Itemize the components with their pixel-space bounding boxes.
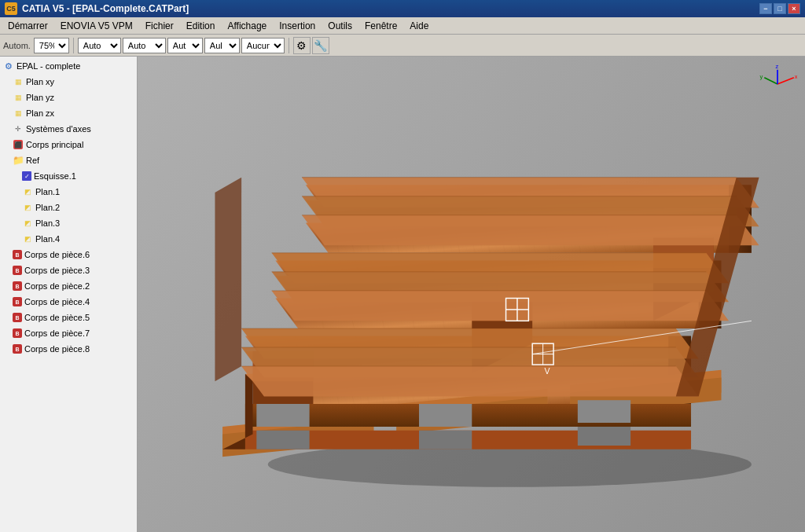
- tree-item-corps7[interactable]: B Corps de pièce.7: [0, 325, 137, 341]
- plane-icon: ▦: [13, 92, 24, 103]
- slot-bottom-right: [578, 427, 630, 446]
- tree-item-plan4[interactable]: ◩ Plan.4: [0, 231, 137, 247]
- svg-line-36: [764, 78, 777, 84]
- tree-item-planzx[interactable]: ▦ Plan zx: [0, 105, 137, 121]
- plane-icon: ◩: [22, 218, 33, 229]
- tools-button[interactable]: 🔧: [312, 37, 329, 54]
- tree-item-corps4[interactable]: B Corps de pièce.4: [0, 294, 137, 310]
- window-controls[interactable]: − □ ×: [759, 3, 800, 14]
- plane-icon: ◩: [22, 202, 33, 213]
- slot-front-right: [578, 400, 630, 423]
- tree-label: EPAL - complete: [17, 61, 80, 71]
- plane-icon: ◩: [22, 186, 33, 197]
- tree-item-root[interactable]: ⚙ EPAL - complete: [0, 58, 137, 74]
- style-select-4[interactable]: Aul Manuel: [204, 38, 240, 53]
- body-icon: B: [13, 344, 22, 354]
- menu-insertion[interactable]: Insertion: [273, 19, 322, 33]
- tree-item-planyz[interactable]: ▦ Plan yz: [0, 90, 137, 105]
- tree-item-corps2[interactable]: B Corps de pièce.2: [0, 278, 137, 294]
- zoom-label: Autom.: [3, 41, 31, 50]
- settings-button[interactable]: ⚙: [293, 37, 311, 54]
- tree-item-plan2[interactable]: ◩ Plan.2: [0, 200, 137, 215]
- menu-fichier[interactable]: Fichier: [139, 19, 180, 33]
- tree-label: Ref: [26, 156, 39, 165]
- body-icon: B: [13, 297, 22, 306]
- tree-label: Corps de pièce.8: [24, 344, 90, 354]
- style-select-2[interactable]: Auto Manuel: [123, 38, 166, 53]
- close-button[interactable]: ×: [788, 3, 800, 14]
- body-icon: B: [13, 250, 22, 259]
- tree-item-corps6[interactable]: B Corps de pièce.6: [0, 247, 137, 262]
- tree-item-corps3[interactable]: B Corps de pièce.3: [0, 262, 137, 278]
- tree-label: Corps de pièce.5: [24, 313, 90, 322]
- menu-enovia[interactable]: ENOVIA V5 VPM: [54, 19, 139, 33]
- root-icon: ⚙: [3, 61, 14, 72]
- plane-icon: ▦: [13, 76, 24, 87]
- body-icon: B: [13, 281, 22, 291]
- svg-text:y: y: [760, 73, 763, 80]
- 3d-viewport[interactable]: V x y z: [138, 57, 805, 532]
- slot-bottom-left: [256, 431, 309, 449]
- folder-icon: 📁: [13, 155, 24, 166]
- svg-line-34: [777, 78, 794, 84]
- menu-edition[interactable]: Edition: [180, 19, 222, 33]
- body-icon: ⬛: [13, 139, 24, 150]
- pallet-svg: V: [185, 80, 789, 516]
- tree-label: Plan yz: [26, 93, 54, 102]
- tree-label: Plan.2: [35, 203, 60, 212]
- maximize-button[interactable]: □: [774, 3, 786, 14]
- toolbar-separator-1: [73, 38, 74, 53]
- minimize-button[interactable]: −: [759, 3, 772, 14]
- tree-label: Plan.3: [35, 218, 60, 228]
- tree-label: Corps de pièce.2: [24, 281, 90, 291]
- plane-icon: ▦: [13, 108, 24, 119]
- menu-affichage[interactable]: Affichage: [221, 19, 273, 33]
- tree-label: Esquisse.1: [34, 171, 76, 181]
- tree-label: Corps de pièce.6: [24, 250, 90, 259]
- tree-item-planxy[interactable]: ▦ Plan xy: [0, 74, 137, 90]
- menu-fenetre[interactable]: Fenêtre: [358, 19, 403, 33]
- top-overlay-3: [302, 215, 759, 245]
- slot-bottom-mid: [419, 431, 472, 449]
- tree-item-esquisse1[interactable]: ✓ Esquisse.1: [0, 168, 137, 184]
- tree-item-plan3[interactable]: ◩ Plan.3: [0, 215, 137, 231]
- menu-aide[interactable]: Aide: [403, 19, 435, 33]
- body-icon: B: [13, 328, 22, 338]
- tree-item-ref[interactable]: 📁 Ref: [0, 152, 137, 168]
- pallet-left-outer: [215, 178, 241, 382]
- zoom-select[interactable]: 75% 50% 100% Autom.: [34, 38, 69, 53]
- tree-label: Corps de pièce.7: [24, 328, 90, 338]
- tree-item-corps5[interactable]: B Corps de pièce.5: [0, 310, 137, 325]
- style-select-3[interactable]: Aut Manuel: [167, 38, 203, 53]
- window-title: CATIA V5 - [EPAL-Complete.CATPart]: [22, 3, 759, 14]
- top-front-3: [241, 366, 699, 396]
- tree-label: Plan zx: [26, 108, 54, 118]
- tree-item-plan1[interactable]: ◩ Plan.1: [0, 184, 137, 200]
- title-bar: C5 CATIA V5 - [EPAL-Complete.CATPart] − …: [0, 0, 805, 17]
- body-icon: B: [13, 266, 22, 275]
- menu-demarrer[interactable]: Démarrer: [2, 19, 54, 33]
- tree-label: Corps de pièce.4: [24, 297, 90, 306]
- tree-label: Plan xy: [26, 77, 54, 86]
- menu-bar: Démarrer ENOVIA V5 VPM Fichier Edition A…: [0, 17, 805, 35]
- axis-indicator: x y z: [758, 64, 797, 104]
- tree-sidebar: ⚙ EPAL - complete ▦ Plan xy ▦ Plan yz ▦ …: [0, 57, 138, 532]
- toolbar: Autom. 75% 50% 100% Autom. Auto Manuel A…: [0, 35, 805, 57]
- tree-label: Corps de pièce.3: [24, 266, 90, 275]
- tree-item-corps8[interactable]: B Corps de pièce.8: [0, 341, 137, 357]
- top-mid-3: [272, 291, 730, 321]
- plane-icon: ◩: [22, 233, 33, 244]
- svg-text:z: z: [776, 64, 779, 70]
- tree-label: Systèmes d'axes: [26, 124, 91, 134]
- pallet-3d-view: V: [185, 80, 789, 516]
- tree-item-axes[interactable]: ✛ Systèmes d'axes: [0, 121, 137, 137]
- menu-outils[interactable]: Outils: [322, 19, 358, 33]
- style-select-1[interactable]: Auto Manuel: [78, 38, 121, 53]
- main-area: ⚙ EPAL - complete ▦ Plan xy ▦ Plan yz ▦ …: [0, 57, 805, 532]
- tree-item-corps-principal[interactable]: ⬛ Corps principal: [0, 137, 137, 152]
- slot-front-left: [256, 404, 309, 427]
- svg-text:x: x: [795, 73, 797, 80]
- v-label: V: [545, 366, 550, 376]
- filter-select[interactable]: Aucun Filtre 1: [241, 38, 285, 53]
- sketch-icon: ✓: [22, 171, 31, 181]
